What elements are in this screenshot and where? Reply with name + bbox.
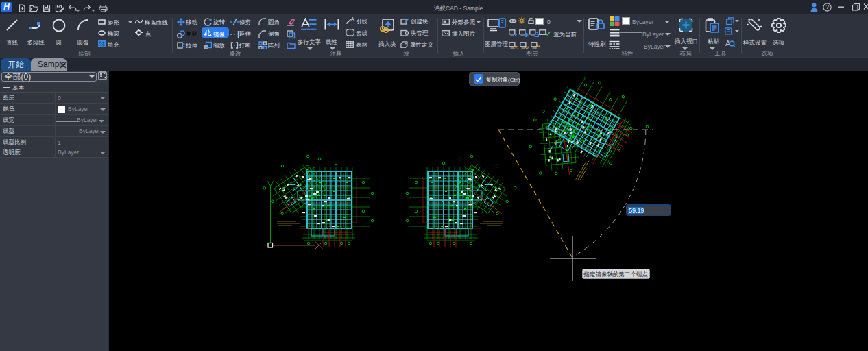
- svg-text:A: A: [351, 16, 354, 21]
- svg-text:?: ?: [825, 3, 829, 10]
